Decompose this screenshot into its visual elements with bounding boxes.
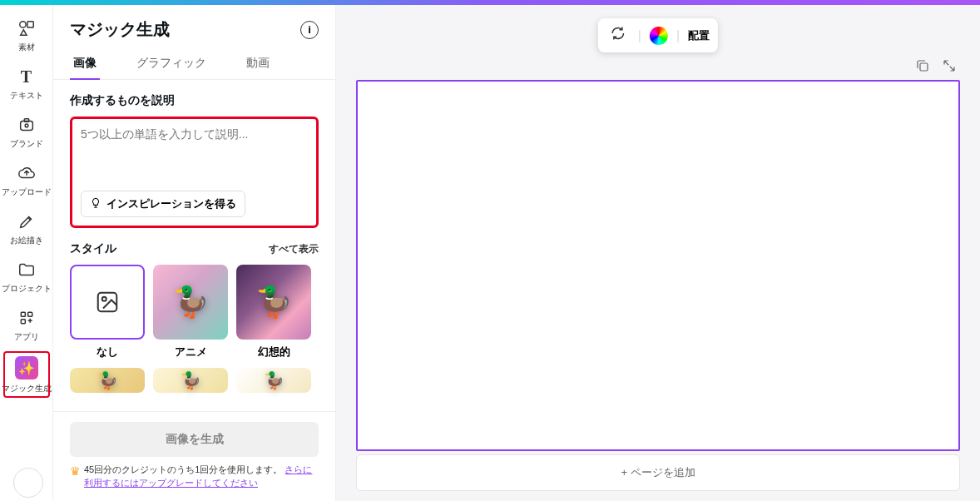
style-option-extra-1[interactable]: 🦆 [70,368,145,393]
none-thumb [70,265,145,340]
rail-label: アプリ [14,331,39,343]
rail-item-apps[interactable]: アプリ [2,301,52,348]
rail-item-brand[interactable]: ブランド [2,108,52,155]
rail-label: ブランド [10,138,43,150]
rail-item-upload[interactable]: アップロード [2,156,52,203]
rail-item-text[interactable]: T テキスト [2,60,52,107]
style-option-anime[interactable]: 🦆 アニメ [153,265,228,360]
duplicate-icon[interactable] [915,58,930,77]
crown-icon: ♛ [70,464,81,480]
canvas-frame[interactable] [356,80,960,451]
extra-thumb: 🦆 [70,368,145,393]
credits-text: ♛ 45回分のクレジットのうち1回分を使用します。 さらに利用するにはアップグレ… [70,464,319,489]
svg-rect-7 [21,320,25,324]
text-icon: T [17,67,37,87]
panel-title: マジック生成 [70,18,170,41]
expand-icon[interactable] [942,58,957,77]
left-rail: 素材 T テキスト ブランド アップロード お絵描き [0,5,53,501]
rail-item-projects[interactable]: プロジェクト [2,253,52,300]
svg-rect-5 [21,312,25,316]
refresh-button[interactable] [606,23,630,47]
rail-label: テキスト [10,90,43,102]
style-name: アニメ [175,345,207,360]
svg-rect-6 [27,312,32,316]
cloud-upload-icon [17,163,37,183]
rail-label: お絵描き [10,235,43,246]
tab-graphic[interactable]: グラフィック [133,47,210,79]
panel-tabs: 画像 グラフィック 動画 [53,47,335,80]
style-option-fantasy[interactable]: 🦆 幻想的 [236,265,311,360]
fantasy-thumb: 🦆 [236,265,311,340]
color-picker[interactable] [650,27,668,45]
inspiration-button[interactable]: インスピレーションを得る [81,191,245,217]
apps-icon [17,308,37,328]
style-option-extra-2[interactable]: 🦆 [153,368,228,393]
style-option-extra-3[interactable]: 🦆 [236,368,311,393]
rail-label: 素材 [18,42,35,53]
show-all-link[interactable]: すべて表示 [269,242,319,256]
style-name: 幻想的 [258,345,290,360]
anime-thumb: 🦆 [153,265,228,340]
canvas-actions [915,58,957,77]
svg-rect-1 [27,22,32,27]
separator: | [676,28,680,43]
describe-label: 作成するものを説明 [70,93,319,108]
svg-point-0 [19,22,25,27]
rail-item-elements[interactable]: 素材 [2,12,52,58]
style-option-none[interactable]: なし [70,265,145,360]
prompt-input[interactable] [81,127,308,167]
magic-wand-icon: ✨ [15,356,38,379]
rail-label: アップロード [2,186,52,198]
separator: | [638,28,641,43]
add-page-button[interactable]: + ページを追加 [356,454,960,491]
rail-label: プロジェクト [2,283,52,295]
canvas-area: | | 配置 + ページを追加 [336,5,980,501]
rail-item-draw[interactable]: お絵描き [2,205,52,251]
prompt-highlight-box: インスピレーションを得る [70,117,319,228]
svg-point-9 [102,297,106,301]
svg-rect-10 [920,63,928,71]
tab-image[interactable]: 画像 [70,47,100,79]
extra-thumb: 🦆 [153,368,228,393]
magic-panel: マジック生成 i 画像 グラフィック 動画 作成するものを説明 インスピレーショ… [53,5,336,501]
brand-icon [17,115,37,135]
style-label: スタイル [70,241,116,256]
pencil-icon [17,211,37,231]
info-icon[interactable]: i [300,21,319,39]
tab-video[interactable]: 動画 [243,47,273,79]
shapes-icon [17,18,37,38]
rail-label: マジック生成 [2,383,52,394]
credits-msg: 45回分のクレジットのうち1回分を使用します。 [84,464,282,474]
folder-icon [17,260,37,280]
generate-button[interactable]: 画像を生成 [70,422,319,457]
svg-point-4 [25,124,28,127]
extra-thumb: 🦆 [236,368,311,393]
svg-rect-3 [24,119,29,122]
inspiration-label: インスピレーションを得る [106,196,236,211]
position-button[interactable]: 配置 [688,28,710,43]
style-name: なし [97,345,118,360]
rail-item-magic-generate[interactable]: ✨ マジック生成 [2,350,52,399]
bulb-icon [90,197,101,211]
canvas-toolbar: | | 配置 [598,18,718,52]
help-fab[interactable] [13,468,43,498]
